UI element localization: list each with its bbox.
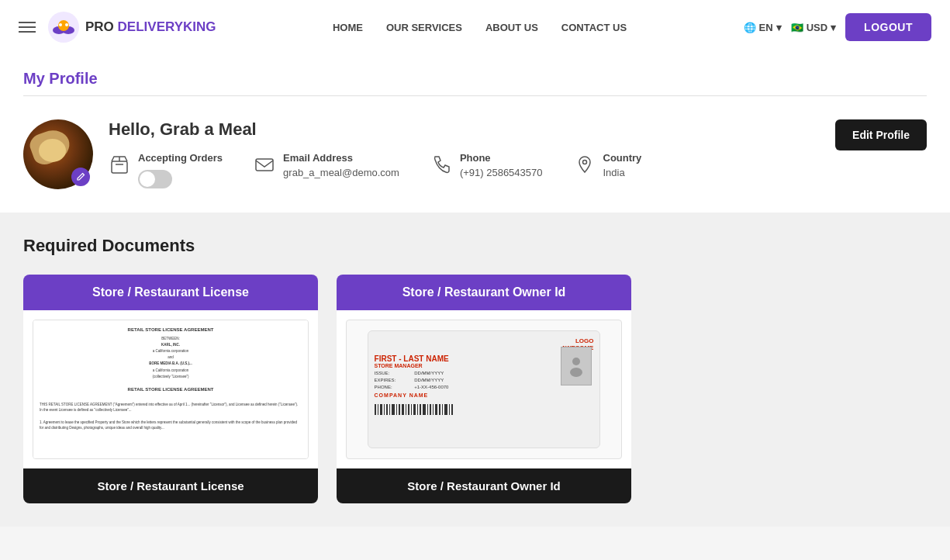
- language-selector[interactable]: 🌐 EN ▾: [744, 22, 782, 33]
- svg-point-5: [65, 23, 68, 26]
- email-icon: [254, 154, 275, 178]
- nav-links: HOME OUR SERVICES ABOUT US CONTACT US: [333, 22, 627, 33]
- avatar-edit-button[interactable]: [71, 168, 90, 186]
- svg-rect-9: [256, 159, 273, 171]
- profile-fields: Accepting Orders: [109, 152, 820, 188]
- owner-id-document: LOGO AWESOME FIRST - LAST NAME STORE MAN…: [368, 330, 601, 448]
- svg-rect-6: [112, 161, 127, 173]
- owner-id-card-body: LOGO AWESOME FIRST - LAST NAME STORE MAN…: [337, 310, 631, 468]
- license-document: RETAIL STORE LICENSE AGREEMENT BETWEEN: …: [33, 320, 308, 458]
- svg-point-12: [570, 368, 582, 377]
- currency-selector[interactable]: 🇧🇷 USD ▾: [791, 22, 836, 33]
- nav-home[interactable]: HOME: [333, 22, 363, 33]
- logo-icon: [47, 10, 81, 44]
- greeting: Hello, Grab a Meal: [109, 119, 820, 140]
- license-preview: RETAIL STORE LICENSE AGREEMENT BETWEEN: …: [33, 320, 309, 459]
- accepting-orders-field: Accepting Orders: [109, 152, 223, 188]
- logo: PRO DELIVERYKING: [47, 10, 216, 44]
- nav-about-us[interactable]: ABOUT US: [485, 22, 538, 33]
- license-card: Store / Restaurant License RETAIL STORE …: [23, 275, 318, 503]
- country-value: India: [603, 167, 642, 178]
- phone-label: Phone: [460, 152, 543, 164]
- nav-right: 🌐 EN ▾ 🇧🇷 USD ▾ LOGOUT: [744, 13, 931, 41]
- svg-point-10: [582, 161, 586, 164]
- country-label: Country: [603, 152, 642, 164]
- svg-point-4: [59, 23, 62, 26]
- svg-point-11: [572, 358, 580, 365]
- pencil-icon: [76, 172, 85, 181]
- documents-section: Required Documents Store / Restaurant Li…: [0, 213, 950, 527]
- box-icon: [109, 154, 130, 178]
- id-card-company: COMPANY NAME: [375, 392, 594, 398]
- location-icon: [574, 154, 596, 178]
- hamburger-menu[interactable]: [19, 22, 36, 33]
- phone-icon: [430, 154, 452, 178]
- accepting-orders-toggle[interactable]: [138, 170, 172, 188]
- owner-id-card-footer[interactable]: Store / Restaurant Owner Id: [337, 468, 631, 503]
- avatar-wrap: [23, 119, 93, 189]
- license-card-header: Store / Restaurant License: [23, 275, 318, 310]
- email-field: Email Address grab_a_meal@demo.com: [254, 152, 399, 178]
- profile-card: Hello, Grab a Meal: [23, 112, 927, 213]
- owner-id-preview: LOGO AWESOME FIRST - LAST NAME STORE MAN…: [346, 320, 622, 459]
- documents-grid: Store / Restaurant License RETAIL STORE …: [23, 275, 927, 503]
- email-value: grab_a_meal@demo.com: [283, 167, 399, 178]
- license-card-footer[interactable]: Store / Restaurant License: [23, 468, 318, 503]
- phone-field: Phone (+91) 2586543570: [430, 152, 543, 178]
- license-card-body: RETAIL STORE LICENSE AGREEMENT BETWEEN: …: [23, 310, 318, 468]
- profile-section: My Profile Hello, Grab a Meal: [0, 54, 950, 213]
- email-label: Email Address: [283, 152, 399, 164]
- accepting-orders-toggle-wrap: Accepting Orders: [138, 152, 223, 188]
- phone-value: (+91) 2586543570: [460, 167, 543, 178]
- toggle-knob: [140, 171, 155, 187]
- page-title: My Profile: [23, 70, 927, 88]
- country-field: Country India: [574, 152, 642, 178]
- id-card-photo: [561, 347, 592, 385]
- owner-id-card: Store / Restaurant Owner Id LOGO AWESOME…: [337, 275, 631, 503]
- nav-contact-us[interactable]: CONTACT US: [561, 22, 627, 33]
- accepting-orders-label: Accepting Orders: [138, 152, 223, 164]
- edit-profile-button[interactable]: Edit Profile: [835, 119, 927, 150]
- logo-text: PRO DELIVERYKING: [85, 19, 216, 35]
- documents-title: Required Documents: [23, 236, 927, 256]
- navbar: PRO DELIVERYKING HOME OUR SERVICES ABOUT…: [0, 0, 950, 54]
- logout-button[interactable]: LOGOUT: [845, 13, 931, 41]
- nav-our-services[interactable]: OUR SERVICES: [386, 22, 462, 33]
- nav-left: PRO DELIVERYKING: [19, 10, 216, 44]
- owner-id-card-header: Store / Restaurant Owner Id: [337, 275, 631, 310]
- profile-info: Hello, Grab a Meal: [109, 119, 820, 188]
- id-card-barcode: [375, 404, 594, 415]
